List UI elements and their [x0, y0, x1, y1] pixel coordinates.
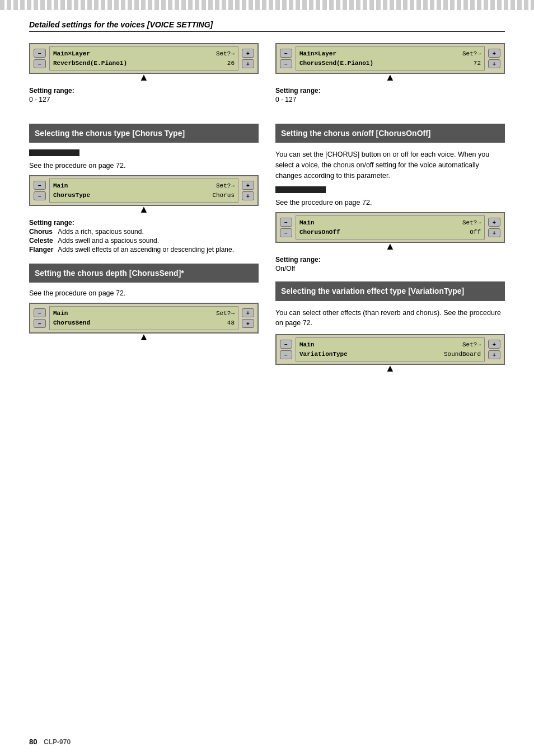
chorus-type-screen: Main Set?→ ChorusType Chorus [49, 179, 238, 203]
minus-cs-top[interactable]: − [34, 308, 46, 317]
page-footer: 80 CLP-970 [29, 738, 71, 746]
reverb-send-lcd: − − Main×Layer Set?→ ReverbSend(E.Piano1… [29, 43, 259, 74]
lcd-row2-label-tr: ChorusSend(E.Piano1) [299, 59, 373, 68]
variation-type-section: Selecting the variation effect type [Var… [275, 281, 505, 374]
co-row1-value: Set?→ [462, 218, 481, 228]
top-left-col: − − Main×Layer Set?→ ReverbSend(E.Piano1… [29, 43, 259, 112]
page-title: Detailed settings for the voices [VOICE … [29, 20, 505, 32]
chorus-onoff-screen: Main Set?→ ChorusOnOff Off [296, 215, 485, 240]
cs-row1-value: Set?→ [216, 309, 235, 318]
plus-vt-bot[interactable]: + [488, 350, 500, 359]
chorus-type-lcd: − − Main Set?→ ChorusType Chorus [29, 175, 259, 206]
top-right-range-label: Setting range: [275, 87, 505, 95]
range-item-name: Celeste [29, 237, 58, 246]
top-decorative-bar [0, 0, 534, 10]
main-two-col: Selecting the chorus type [Chorus Type] … [29, 124, 505, 383]
co-lcd-left: − − [280, 218, 292, 237]
reverb-send-screen: Main×Layer Set?→ ReverbSend(E.Piano1) 26 [49, 46, 238, 71]
ct-row1-value: Set?→ [216, 181, 235, 191]
minus-ct-top[interactable]: − [34, 181, 46, 190]
chorus-send-header: Setting the chorus depth [ChorusSend]* [29, 264, 259, 283]
lcd-row1-value: Set?→ [216, 49, 235, 59]
chorus-type-procedure: See the procedure on page 72. [29, 162, 259, 170]
plus-co-bot[interactable]: + [488, 228, 500, 237]
chorus-send-procedure: See the procedure on page 72. [29, 289, 259, 297]
chorus-onoff-black-rect [275, 186, 326, 193]
top-right-col: − − Main×Layer Set?→ ChorusSend(E.Piano1… [275, 43, 505, 112]
page-number: 80 [29, 738, 37, 746]
range-item-desc: Adds a rich, spacious sound. [58, 228, 236, 237]
ct-lcd-left: − − [34, 181, 46, 200]
plus-co-top[interactable]: + [488, 218, 500, 227]
chorus-onoff-procedure: See the procedure on page 72. [275, 199, 505, 206]
lcd-right-buttons: + + [242, 49, 254, 68]
vt-lcd-right: + + [488, 340, 500, 359]
vt-lcd-left: − − [280, 340, 292, 359]
minus-btn-top-left-top[interactable]: − [34, 49, 46, 58]
variation-type-header: Selecting the variation effect type [Var… [275, 281, 505, 300]
plus-ct-bot[interactable]: + [242, 191, 254, 200]
top-left-range-label: Setting range: [29, 87, 259, 95]
chorus-type-black-rect [29, 149, 79, 156]
vt-row2-value: SoundBoard [444, 350, 481, 359]
vt-row2-label: VariationType [299, 350, 348, 359]
co-row2-value: Off [470, 228, 481, 237]
model-name: CLP-970 [44, 738, 71, 746]
lcd-right-buttons-tr: + + [488, 49, 500, 68]
plus-ct-top[interactable]: + [242, 181, 254, 190]
plus-btn-top-right-top[interactable]: + [488, 49, 500, 58]
minus-btn-top-right-bot[interactable]: − [280, 59, 292, 68]
plus-vt-top[interactable]: + [488, 340, 500, 349]
variation-type-lcd: − − Main Set?→ VariationType SoundBoard [275, 334, 505, 365]
co-lcd-right: + + [488, 218, 500, 237]
plus-cs-top[interactable]: + [242, 308, 254, 317]
right-column: Setting the chorus on/off [ChorusOnOff] … [275, 124, 505, 383]
range-item-name: Flanger [29, 246, 58, 255]
lcd-row1-label: Main×Layer [53, 49, 90, 59]
chorus-send-lcd: − − Main Set?→ ChorusSend 48 [29, 303, 259, 334]
minus-co-top[interactable]: − [280, 218, 292, 227]
ct-row2-label: ChorusType [53, 191, 90, 200]
lcd-row2-value: 26 [227, 59, 235, 68]
minus-co-bot[interactable]: − [280, 228, 292, 237]
lcd-arrow-top-right: ▲ [275, 72, 505, 83]
chorus-send-screen: Main Set?→ ChorusSend 48 [49, 306, 238, 330]
lcd-arrow-ct: ▲ [29, 204, 259, 215]
lcd-arrow-top-left: ▲ [29, 72, 259, 83]
cs-row2-value: 48 [227, 318, 235, 328]
minus-ct-bot[interactable]: − [34, 191, 46, 200]
cs-lcd-left: − − [34, 308, 46, 328]
variation-type-body: You can select other effects (than rever… [275, 308, 505, 329]
plus-btn-top-right-bot[interactable]: + [488, 59, 500, 68]
range-item-desc: Adds swell and a spacious sound. [58, 237, 236, 246]
range-item-name: Chorus [29, 228, 58, 237]
chorus-send-main-screen: Main×Layer Set?→ ChorusSend(E.Piano1) 72 [296, 46, 485, 71]
variation-type-screen: Main Set?→ VariationType SoundBoard [296, 337, 485, 361]
minus-vt-top[interactable]: − [280, 340, 292, 349]
vt-row1-value: Set?→ [462, 340, 481, 350]
ct-range-list: ChorusAdds a rich, spacious sound.Celest… [29, 228, 259, 255]
cs-row1-label: Main [53, 309, 68, 318]
co-row2-label: ChorusOnOff [299, 228, 340, 237]
cs-row2-label: ChorusSend [53, 318, 90, 328]
range-item-desc: Adds swell effects of an ascending or de… [58, 246, 236, 255]
plus-btn-top-left-bot[interactable]: + [242, 59, 254, 68]
chorus-type-section: Selecting the chorus type [Chorus Type] … [29, 124, 259, 255]
co-range-value: On/Off [275, 265, 505, 273]
minus-vt-bot[interactable]: − [280, 350, 292, 359]
top-left-range-value: 0 - 127 [29, 96, 259, 104]
ct-range-label: Setting range: [29, 219, 259, 227]
minus-btn-top-left-bot[interactable]: − [34, 59, 46, 68]
lcd-row1-value-tr: Set?→ [462, 49, 481, 59]
minus-btn-top-right-top[interactable]: − [280, 49, 292, 58]
chorus-onoff-lcd: − − Main Set?→ ChorusOnOff Off [275, 212, 505, 243]
plus-btn-top-left-top[interactable]: + [242, 49, 254, 58]
minus-cs-bot[interactable]: − [34, 319, 46, 328]
top-right-range-value: 0 - 127 [275, 96, 505, 104]
chorus-onoff-section: Setting the chorus on/off [ChorusOnOff] … [275, 124, 505, 273]
left-column: Selecting the chorus type [Chorus Type] … [29, 124, 259, 383]
lcd-arrow-cs: ▲ [29, 331, 259, 343]
co-range-label: Setting range: [275, 256, 505, 264]
lcd-row2-label: ReverbSend(E.Piano1) [53, 59, 127, 68]
plus-cs-bot[interactable]: + [242, 319, 254, 328]
